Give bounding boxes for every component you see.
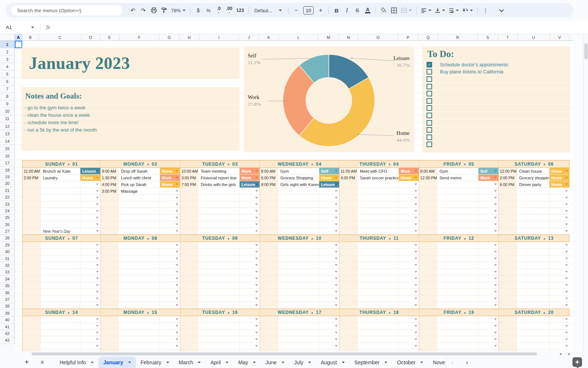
empty-tag-caret-icon[interactable] <box>414 318 417 320</box>
event-title-cell[interactable] <box>517 228 549 234</box>
event-tag-cell[interactable] <box>160 295 180 302</box>
event-tag-cell[interactable] <box>239 221 260 228</box>
event-title-cell[interactable] <box>118 208 160 214</box>
event-tag-cell[interactable] <box>398 188 419 194</box>
row-header-6[interactable]: 6 <box>0 78 15 85</box>
event-title-cell[interactable] <box>40 255 80 262</box>
calendar-row[interactable] <box>340 343 419 349</box>
event-title-cell[interactable]: Drop off Sarah <box>118 168 160 174</box>
event-tag-cell[interactable] <box>549 255 569 262</box>
event-time-cell[interactable] <box>180 302 198 308</box>
empty-tag-caret-icon[interactable] <box>176 271 178 273</box>
event-tag-cell[interactable] <box>478 269 498 275</box>
event-title-cell[interactable] <box>198 255 239 262</box>
empty-tag-caret-icon[interactable] <box>414 338 417 340</box>
scroll-left-icon[interactable]: ◂ <box>559 352 561 356</box>
event-tag-cell[interactable] <box>160 316 180 322</box>
calendar-row[interactable] <box>101 215 180 221</box>
event-time-cell[interactable] <box>499 295 517 302</box>
calendar-row[interactable] <box>419 275 498 282</box>
empty-tag-caret-icon[interactable] <box>414 264 417 266</box>
event-tag-cell[interactable] <box>319 329 339 336</box>
event-tag-cell[interactable] <box>239 188 260 194</box>
event-tag-cell[interactable] <box>319 269 339 275</box>
empty-tag-caret-icon[interactable] <box>176 291 178 293</box>
calendar-row[interactable] <box>419 302 498 309</box>
event-title-cell[interactable] <box>198 201 239 208</box>
event-time-cell[interactable] <box>101 262 118 268</box>
empty-tag-caret-icon[interactable] <box>335 190 338 192</box>
row-header-34[interactable]: 34 <box>0 276 15 282</box>
event-time-cell[interactable] <box>340 188 357 194</box>
calendar-row[interactable] <box>340 181 419 188</box>
empty-tag-caret-icon[interactable] <box>494 291 497 293</box>
event-time-cell[interactable] <box>340 336 357 342</box>
empty-tag-caret-icon[interactable] <box>494 264 497 266</box>
event-title-cell[interactable] <box>198 289 239 295</box>
column-header-P[interactable]: P <box>398 34 418 41</box>
event-time-cell[interactable] <box>23 316 40 322</box>
calendar-row[interactable] <box>340 275 419 282</box>
event-title-cell[interactable] <box>517 195 549 201</box>
event-tag-cell[interactable] <box>80 262 100 268</box>
event-title-cell[interactable]: Gym <box>278 168 319 174</box>
event-title-cell[interactable] <box>437 336 478 342</box>
note-item-cell[interactable]: - clean the house once a week <box>21 111 240 119</box>
font-size-input[interactable]: 10 <box>302 6 315 15</box>
event-tag-cell[interactable] <box>398 343 419 349</box>
empty-tag-caret-icon[interactable] <box>96 278 99 279</box>
todo-row[interactable] <box>422 105 570 112</box>
event-tag-cell[interactable] <box>319 323 339 329</box>
row-header-29[interactable]: 29 <box>0 242 15 248</box>
empty-tag-caret-icon[interactable] <box>335 244 338 246</box>
event-tag-cell[interactable]: Home <box>549 175 569 181</box>
event-time-cell[interactable] <box>340 242 357 248</box>
column-header-S[interactable]: S <box>478 34 498 41</box>
event-time-cell[interactable]: 1:30 PM <box>101 175 118 181</box>
event-time-cell[interactable] <box>23 181 40 188</box>
event-title-cell[interactable] <box>357 242 398 248</box>
event-time-cell[interactable] <box>260 242 278 248</box>
event-tag-cell[interactable] <box>160 249 180 255</box>
calendar-row[interactable] <box>499 269 569 275</box>
event-time-cell[interactable] <box>101 201 118 208</box>
event-title-cell[interactable] <box>517 289 549 295</box>
calendar-row[interactable] <box>260 275 339 282</box>
event-tag-cell[interactable] <box>398 249 419 255</box>
event-time-cell[interactable] <box>23 329 40 336</box>
calendar-row[interactable] <box>499 201 569 208</box>
event-time-cell[interactable] <box>260 343 278 349</box>
empty-tag-caret-icon[interactable] <box>565 244 568 246</box>
event-title-cell[interactable] <box>40 316 80 322</box>
event-time-cell[interactable] <box>101 242 118 248</box>
event-title-cell[interactable] <box>118 343 160 349</box>
event-title-cell[interactable] <box>118 249 160 255</box>
row-header-43[interactable]: 43 <box>0 337 15 344</box>
event-time-cell[interactable] <box>23 208 40 214</box>
event-tag-cell[interactable] <box>549 188 569 194</box>
empty-tag-caret-icon[interactable] <box>96 217 99 219</box>
event-tag-cell[interactable] <box>478 201 498 208</box>
event-title-cell[interactable] <box>198 249 239 255</box>
event-tag-cell[interactable] <box>160 269 180 275</box>
calendar-row[interactable] <box>499 336 569 343</box>
event-title-cell[interactable] <box>357 221 398 228</box>
event-title-cell[interactable] <box>278 242 319 248</box>
event-title-cell[interactable]: Lunch with client <box>118 175 160 181</box>
event-title-cell[interactable] <box>437 343 478 349</box>
todo-row[interactable] <box>422 83 570 90</box>
day-header-wednesday-10[interactable]: WEDNESDAY◆10 <box>260 235 339 242</box>
empty-tag-caret-icon[interactable] <box>414 291 417 293</box>
currency-format-icon[interactable]: $ <box>193 6 203 15</box>
event-tag-cell[interactable] <box>160 215 180 221</box>
day-header-friday-05[interactable]: FRIDAY◆05 <box>419 160 498 168</box>
calendar-row[interactable] <box>101 228 180 235</box>
event-time-cell[interactable] <box>180 282 198 288</box>
event-title-cell[interactable] <box>278 255 319 262</box>
event-title-cell[interactable] <box>40 181 80 188</box>
empty-tag-caret-icon[interactable] <box>96 223 99 225</box>
event-time-cell[interactable] <box>499 289 517 295</box>
event-title-cell[interactable] <box>278 262 319 268</box>
event-time-cell[interactable] <box>340 215 357 221</box>
row-header-1[interactable]: 1 <box>0 41 15 48</box>
